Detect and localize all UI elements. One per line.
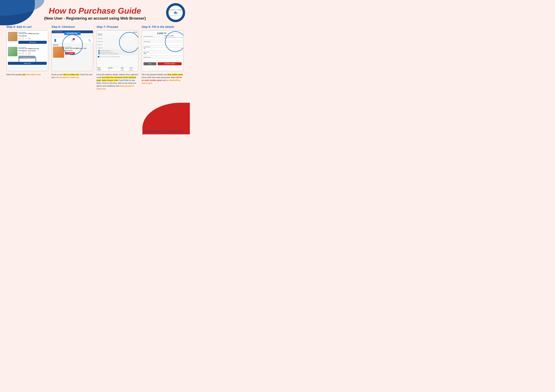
qty-decrease-btn2[interactable]: −	[21, 52, 24, 55]
step7-title: Step 7: Proceed	[96, 25, 139, 29]
price-display: $20.00	[98, 31, 137, 33]
order-table: NAME QUANTITY PRICE TOTAL 粿条鱼肉 x 1 $20.0…	[97, 67, 138, 71]
gift-dot	[98, 51, 100, 53]
product1-price: From $20.00	[18, 35, 47, 37]
first-name-input[interactable]	[98, 36, 137, 38]
step5-product2: Fresh Seafood Threadfin Fillet 午鱼肉 (250g…	[7, 45, 48, 60]
step6-column: Step 6: Checkout ✉ info@tankfully... +65…	[51, 25, 93, 90]
terms-text: I have read and agree to the Terms & Con…	[100, 56, 120, 57]
qty-label2: Qty	[18, 53, 20, 54]
cart-icon-wrapper[interactable]: 🛒 2	[71, 39, 74, 42]
item-price: $20.00	[120, 69, 129, 71]
checkout-form: $20.00 Address First Name Last Name Post…	[97, 30, 138, 59]
pearly-dot	[98, 53, 100, 54]
postal-code-input[interactable]	[98, 42, 137, 44]
last-name-label: Last Name	[98, 38, 137, 39]
step8-column: Step 8: Fill in the details CARD IN... C…	[142, 25, 183, 90]
add-to-cart-button-1[interactable]: Add to Cart	[18, 41, 47, 44]
step7-column: Step 7: Proceed $20.00 Address First Nam…	[96, 25, 139, 90]
pearly-text: Enter pearly coins to use (Max 90: $94TZ…	[100, 53, 118, 54]
steps-grid: Step 5: Add to cart Fresh Seafood Thread…	[6, 25, 183, 90]
search-icon[interactable]: 🔍	[88, 39, 91, 42]
sub-title: (New User - Registering an account using…	[6, 16, 183, 21]
expire-year-field: Expire Year 2021	[144, 51, 182, 56]
add-to-cart-button-2[interactable]: Add to Cart	[8, 62, 47, 65]
order-no-text: Order no: 12345	[164, 35, 183, 36]
product2-badge: Fresh Seafood	[18, 47, 47, 48]
step6-description: Scroll up and click on trolley icon. Che…	[51, 73, 93, 79]
country-input[interactable]: Singapore	[98, 47, 137, 49]
security-input[interactable]	[144, 58, 182, 61]
col-name: NAME	[97, 67, 107, 69]
step6-title: Step 6: Checkout	[51, 25, 93, 29]
product2-image	[8, 47, 17, 56]
terms-checkbox[interactable]	[98, 56, 99, 57]
product2-name: Threadfin Fillet 午鱼肉 (250g-200g)	[18, 48, 47, 50]
title-section: How to Purchase Guide (New User - Regist…	[6, 3, 183, 21]
address-input[interactable]	[98, 45, 137, 47]
col-total: TOTAL	[129, 67, 138, 69]
recipe-name: Salmon Trout Fillet 细鱼肉 (Approx 350g)	[65, 48, 92, 49]
order-success-overlay: Order no: 12345 ur order have been proce…	[163, 34, 183, 40]
product1-info: Fresh Seafood Threadfin Fillet 午鱼肉 (250g…	[18, 32, 47, 44]
qty-decrease-btn[interactable]: −	[21, 37, 24, 40]
last-name-input[interactable]	[98, 39, 137, 41]
card-buttons: Back CONFIRM ORDER	[144, 62, 182, 65]
col-qty: QUANTITY	[107, 67, 120, 69]
qty-increase-btn2[interactable]: +	[28, 52, 31, 55]
recipe-item: Fresh Seafood Salmon Trout Fillet 细鱼肉 (A…	[53, 47, 92, 58]
expire-month-label: Expire Month	[144, 46, 182, 47]
col-price: PRICE	[120, 67, 129, 69]
step5-column: Step 5: Add to cart Fresh Seafood Thread…	[6, 25, 48, 90]
gift-card-text: Enter your gift card code here:	[100, 52, 113, 53]
footer-text: Tankfully Fresh by "Sin Chwee Mini Mart"	[143, 130, 183, 132]
step7-mockup: $20.00 Address First Name Last Name Post…	[97, 30, 138, 71]
logo-brand-text: TANKFULLY FRESH	[169, 9, 182, 10]
blob-bottom-right-decoration	[142, 103, 190, 134]
step8-mockup: CARD IN... Card Holder Name Card Number …	[142, 30, 183, 71]
postal-code-label: Postal Code	[98, 41, 137, 42]
logo: TANKFULLY FRESH 🐟 ESTABLISHED SINCE 1990	[166, 3, 185, 22]
address-section: Address First Name Last Name Postal Code…	[98, 34, 137, 49]
qty-value: 1	[25, 38, 27, 39]
back-button[interactable]: Back	[144, 62, 156, 65]
step6-screenshot: ✉ info@tankfully... +65 8298 402... 👤 🛒 …	[51, 30, 93, 71]
security-field: Security Code	[144, 57, 182, 61]
product1-name: Threadfin Fillet 午鱼肉 (250g-300g)	[18, 33, 47, 35]
cart-badge: 2	[73, 38, 75, 40]
product2-price2: From $7.00	[28, 50, 36, 51]
recipe-out-of-stock-btn: Out of Stock	[65, 52, 75, 55]
expire-year-label: Expire Year	[144, 51, 182, 53]
step6-content: RECIPES Fresh Seafood Salmon Trout Fille…	[52, 43, 93, 60]
user-icon[interactable]: 👤	[54, 39, 57, 42]
step5-product1: Fresh Seafood Threadfin Fillet 午鱼肉 (250g…	[7, 30, 48, 45]
step6-mockup: ✉ info@tankfully... +65 8298 402... 👤 🛒 …	[52, 30, 93, 71]
address-label: Address 2	[98, 44, 137, 45]
security-label: Security Code	[144, 57, 182, 58]
main-content: How to Purchase Guide (New User - Regist…	[0, 0, 190, 100]
recipes-label: RECIPES	[53, 44, 92, 46]
expire-year-select[interactable]: 2021	[144, 53, 182, 56]
logo-fish-icon: 🐟	[173, 10, 178, 15]
qty-label: Qty	[18, 38, 20, 39]
step5-screenshot: Fresh Seafood Threadfin Fillet 午鱼肉 (250g…	[6, 30, 48, 71]
coupon-text: Enter your coupon here:	[100, 50, 110, 51]
recipe-product-image	[53, 47, 64, 58]
qty-value2: 1	[25, 53, 27, 54]
step8-description: Fill in the payment details and click co…	[142, 73, 183, 85]
item-name: 粿条鱼肉	[97, 69, 107, 71]
step5-description: Select the quantity and click add to car…	[6, 73, 48, 76]
confirm-order-button[interactable]: CONFIRM ORDER	[158, 62, 182, 65]
step8-screenshot: CARD IN... Card Holder Name Card Number …	[142, 30, 183, 71]
item-total: $20.00	[129, 69, 138, 71]
out-of-stock-button: Out of Stock	[18, 56, 35, 59]
main-title: How to Purchase Guide	[6, 6, 183, 15]
email-text: ✉ info@tankfully...	[53, 31, 63, 33]
product2-price1: From $20.00	[18, 50, 27, 51]
pearly-row: Enter pearly coins to use (Max 90: $94TZ…	[98, 53, 137, 54]
qty-increase-btn[interactable]: +	[28, 37, 31, 40]
number-input[interactable]	[144, 43, 182, 45]
expire-month-select[interactable]: 01	[144, 48, 182, 50]
logo-established-text: ESTABLISHED SINCE 1990	[170, 15, 182, 16]
coupon-section: Enter your coupon here: Enter your gift …	[98, 49, 137, 55]
